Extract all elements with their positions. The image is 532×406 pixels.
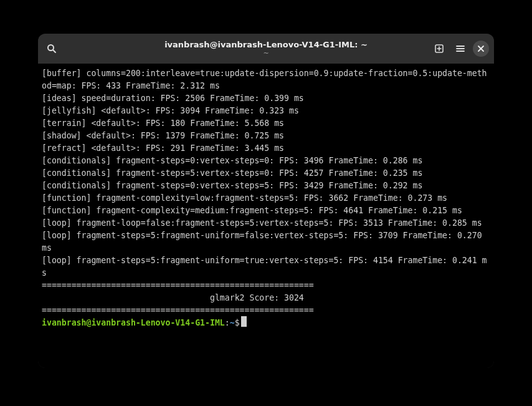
close-button[interactable] [473,41,489,57]
prompt-user-host: ivanbrash@ivanbrash-Lenovo-V14-G1-IML [42,318,225,327]
close-icon [477,45,485,52]
terminal-window: ivanbrash@ivanbrash-Lenovo-V14-G1-IML: ~… [38,34,494,368]
terminal-output: [buffer] columns=200:interleave=true:upd… [42,67,490,317]
search-button[interactable] [43,40,60,57]
search-icon [47,44,57,54]
window-title: ivanbrash@ivanbrash-Lenovo-V14-G1-IML: ~ [38,40,494,50]
terminal-body[interactable]: [buffer] columns=200:interleave=true:upd… [38,64,494,368]
window-subtitle: ~ [38,49,494,57]
prompt-path: ~ [230,318,235,327]
prompt-colon: : [225,318,230,327]
menu-button[interactable] [452,40,469,57]
svg-line-1 [53,50,55,52]
hamburger-icon [455,44,465,54]
titlebar: ivanbrash@ivanbrash-Lenovo-V14-G1-IML: ~… [38,34,494,64]
new-tab-icon [434,44,444,54]
terminal-cursor [241,316,247,327]
prompt-symbol: $ [235,318,240,327]
new-tab-button[interactable] [430,40,448,57]
prompt-line: ivanbrash@ivanbrash-Lenovo-V14-G1-IML:~$ [42,317,490,329]
